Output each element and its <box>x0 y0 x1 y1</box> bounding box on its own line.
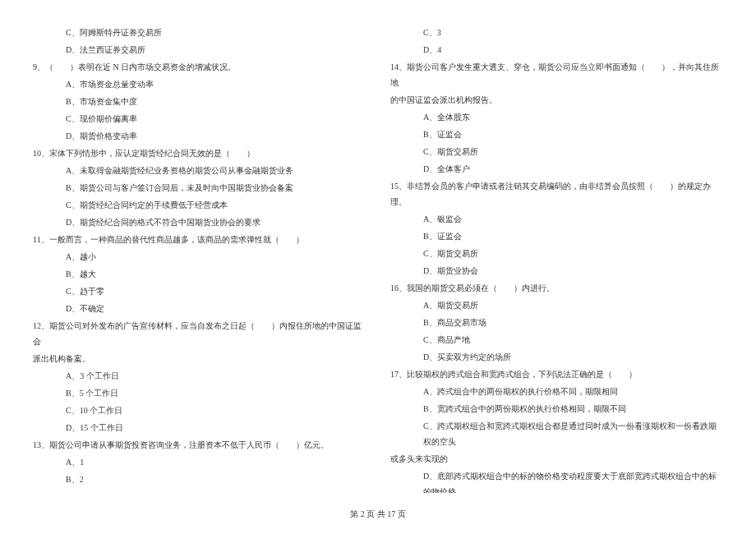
question-12-cont: 派出机构备案。 <box>33 351 366 366</box>
q14-option-d: D、全体客户 <box>390 161 723 177</box>
q9-option-d: D、期货价格变动率 <box>33 128 366 144</box>
question-14: 14、期货公司客户发生重大透支、穿仓，期货公司应当立即书面通知（ ），并向其住所… <box>390 59 723 90</box>
question-13: 13、期货公司申请从事期货投资咨询业务，注册资本不低于人民币（ ）亿元。 <box>33 437 366 453</box>
q15-option-a: A、银监会 <box>390 211 723 227</box>
question-11: 11、一般而言，一种商品的替代性商品越多，该商品的需求弹性就（ ） <box>33 232 366 247</box>
q9-option-b: B、市场资金集中度 <box>33 94 366 109</box>
q10-option-d: D、期货经纪合同的格式不符合中国期货业协会的要求 <box>33 214 366 230</box>
left-column: C、阿姆斯特丹证券交易所 D、法兰西证券交易所 9、（ ）表明在近 N 日内市场… <box>33 25 366 493</box>
q12-option-d: D、15 个工作日 <box>33 420 366 435</box>
q15-option-c: C、期货交易所 <box>390 246 723 261</box>
question-12: 12、期货公司对外发布的广告宣传材料，应当自发布之日起（ ）内报住所地的中国证监… <box>33 318 366 349</box>
question-10: 10、宋体下列情形中，应认定期货经纪合同无效的是（ ） <box>33 145 366 161</box>
q16-option-a: A、期货交易所 <box>390 297 723 313</box>
q10-option-a: A、未取得金融期货经纪业务资格的期货公司从事金融期货业务 <box>33 163 366 178</box>
q11-option-c: C、趋于零 <box>33 283 366 299</box>
q12-option-b: B、5 个工作日 <box>33 385 366 401</box>
q17-option-b: B、宽跨式组合中的两份期权的执行价格相同，期限不同 <box>390 401 723 417</box>
q15-option-b: B、证监会 <box>390 228 723 244</box>
q17-option-c-cont: 或多头来实现的 <box>390 451 723 467</box>
q11-option-d: D、不确定 <box>33 301 366 316</box>
q9-option-a: A、市场资金总量变动率 <box>33 76 366 92</box>
q11-option-a: A、越小 <box>33 249 366 265</box>
q10-option-b: B、期货公司与客户签订合同后，未及时向中国期货业协会备案 <box>33 180 366 196</box>
q14-option-c: C、期货交易所 <box>390 144 723 159</box>
q9-option-c: C、现价期价偏离率 <box>33 111 366 127</box>
q11-option-b: B、越大 <box>33 266 366 282</box>
q14-option-a: A、全体股东 <box>390 109 723 125</box>
question-17: 17、比较期权的跨式组合和宽跨式组合，下列说法正确的是（ ） <box>390 366 723 382</box>
question-16: 16、我国的期货交易必须在（ ）内进行。 <box>390 280 723 296</box>
q13-option-d: D、4 <box>390 42 723 58</box>
question-14-cont: 的中国证监会派出机构报告。 <box>390 92 723 108</box>
q12-option-a: A、3 个工作日 <box>33 368 366 384</box>
q15-option-d: D、期货业协会 <box>390 263 723 279</box>
q16-option-c: C、商品产地 <box>390 332 723 348</box>
q16-option-b: B、商品交易市场 <box>390 315 723 330</box>
q12-option-c: C、10 个工作日 <box>33 403 366 418</box>
q17-option-d: D、底部跨式期权组合中的标的物价格变动程度要大于底部宽跨式期权组合中的标的物价格 <box>390 468 723 493</box>
q16-option-d: D、买卖双方约定的场所 <box>390 349 723 365</box>
right-column: C、3 D、4 14、期货公司客户发生重大透支、穿仓，期货公司应当立即书面通知（… <box>390 25 723 493</box>
q17-option-c: C、跨式期权组合和宽跨式期权组合都是通过同时成为一份看涨期权和一份看跌期权的空头 <box>390 418 723 449</box>
question-15: 15、非结算会员的客户申请或者注销其交易编码的，由非结算会员按照（ ）的规定办理… <box>390 178 723 209</box>
q14-option-b: B、证监会 <box>390 127 723 142</box>
q13-option-b: B、2 <box>33 472 366 487</box>
q17-option-a: A、跨式组合中的两份期权的执行价格不同，期限相同 <box>390 384 723 399</box>
q10-option-c: C、期货经纪合同约定的手续费低于经营成本 <box>33 197 366 213</box>
q13-option-a: A、1 <box>33 454 366 470</box>
q8-option-d: D、法兰西证券交易所 <box>33 42 366 58</box>
question-9: 9、（ ）表明在近 N 日内市场交易资金的增减状况。 <box>33 59 366 75</box>
page-footer: 第 2 页 共 17 页 <box>0 506 756 522</box>
q8-option-c: C、阿姆斯特丹证券交易所 <box>33 25 366 40</box>
q13-option-c: C、3 <box>390 25 723 40</box>
document-columns: C、阿姆斯特丹证券交易所 D、法兰西证券交易所 9、（ ）表明在近 N 日内市场… <box>33 25 723 493</box>
